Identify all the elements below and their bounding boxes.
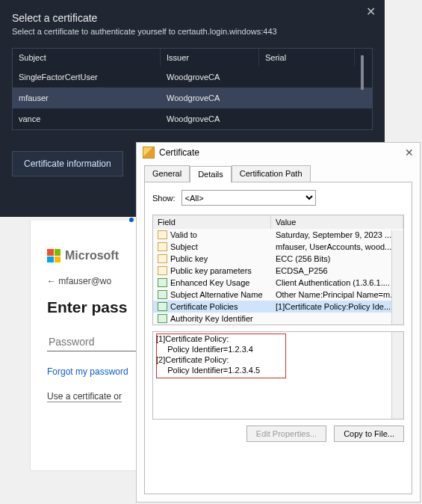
- property-icon: [158, 314, 167, 323]
- list-item[interactable]: Public key parametersECDSA_P256: [153, 265, 403, 277]
- col-value[interactable]: Value: [271, 215, 403, 229]
- back-arrow-icon[interactable]: ←: [47, 276, 56, 286]
- property-icon: [158, 290, 167, 299]
- table-row[interactable]: SingleFactorCertUser WoodgroveCA: [13, 67, 372, 87]
- list-item[interactable]: Subjectmfauser, UserAccounts, wood...: [153, 241, 403, 253]
- property-icon: [158, 278, 167, 287]
- microsoft-logo-icon: [47, 249, 60, 262]
- certificate-window: Certificate ✕ General Details Certificat…: [136, 142, 421, 503]
- dialog-subtitle: Select a certificate to authenticate you…: [12, 27, 373, 36]
- list-item[interactable]: Valid toSaturday, September 9, 2023 ...: [153, 229, 403, 241]
- col-serial[interactable]: Serial: [259, 49, 355, 67]
- value-detail-box[interactable]: [1]Certificate Policy: Policy Identifier…: [152, 331, 404, 420]
- close-icon[interactable]: ✕: [405, 147, 414, 159]
- col-issuer[interactable]: Issuer: [161, 49, 259, 67]
- table-header: Subject Issuer Serial: [13, 49, 372, 67]
- list-item[interactable]: Public keyECC (256 Bits): [153, 253, 403, 265]
- policy-line: Policy Identifier=1.2.3.4: [156, 344, 400, 354]
- dialog-title: Select a certificate: [12, 12, 373, 24]
- scrollbar[interactable]: [391, 230, 403, 325]
- use-certificate-link[interactable]: Use a certificate or: [47, 391, 122, 402]
- user-email: mfauser@wo: [58, 276, 111, 286]
- cell-serial: [259, 67, 355, 87]
- col-field[interactable]: Field: [153, 215, 271, 229]
- cell-issuer: WoodgroveCA: [161, 108, 259, 129]
- list-item[interactable]: Subject Alternative NameOther Name:Princ…: [153, 289, 403, 301]
- brand-text: Microsoft: [65, 249, 119, 262]
- fields-listview[interactable]: Field Value Valid toSaturday, September …: [152, 215, 404, 325]
- col-subject[interactable]: Subject: [13, 49, 161, 67]
- cell-issuer: WoodgroveCA: [161, 67, 259, 87]
- policy-line: [1]Certificate Policy:: [156, 334, 400, 344]
- cell-subject: mfauser: [13, 87, 161, 108]
- fields-header: Field Value: [153, 215, 403, 229]
- tab-general[interactable]: General: [144, 165, 190, 182]
- table-row[interactable]: mfauser WoodgroveCA: [13, 87, 372, 108]
- close-icon[interactable]: ✕: [366, 4, 376, 19]
- property-icon: [158, 302, 167, 311]
- policy-line: Policy Identifier=1.2.3.4.5: [156, 365, 400, 375]
- policy-line: [2]Certificate Policy:: [156, 354, 400, 365]
- list-item[interactable]: Authority Key Identifier: [153, 313, 403, 325]
- window-title: Certificate: [159, 147, 199, 158]
- cell-serial: [259, 108, 355, 129]
- forgot-password-link[interactable]: Forgot my password: [47, 366, 128, 377]
- table-row[interactable]: vance WoodgroveCA: [13, 108, 372, 129]
- list-item[interactable]: Certificate Policies[1]Certificate Polic…: [153, 301, 403, 313]
- cell-subject: vance: [13, 108, 161, 129]
- property-icon: [158, 266, 167, 275]
- property-icon: [158, 230, 167, 239]
- property-icon: [158, 254, 167, 263]
- show-select[interactable]: <All>: [181, 190, 316, 206]
- list-item[interactable]: Enhanced Key UsageClient Authentication …: [153, 277, 403, 289]
- copy-to-file-button[interactable]: Copy to File...: [334, 425, 404, 442]
- certificate-icon: [143, 147, 155, 159]
- titlebar: Certificate ✕: [137, 143, 420, 162]
- progress-indicator: [129, 218, 134, 222]
- scrollbar[interactable]: [391, 332, 403, 419]
- scrollbar-thumb[interactable]: [361, 55, 364, 90]
- edit-properties-button: Edit Properties...: [246, 425, 326, 442]
- cell-subject: SingleFactorCertUser: [13, 67, 161, 87]
- tab-certification-path[interactable]: Certification Path: [232, 165, 311, 182]
- certificate-information-button[interactable]: Certificate information: [12, 151, 123, 176]
- show-label: Show:: [152, 194, 176, 203]
- certificate-table: Subject Issuer Serial SingleFactorCertUs…: [12, 48, 373, 130]
- property-icon: [158, 242, 167, 251]
- tab-strip: General Details Certification Path: [144, 165, 412, 182]
- cell-issuer: WoodgroveCA: [161, 87, 259, 108]
- cell-serial: [259, 87, 355, 108]
- details-tab-pane: Show: <All> Field Value Valid toSaturday…: [144, 182, 412, 494]
- tab-details[interactable]: Details: [190, 166, 232, 182]
